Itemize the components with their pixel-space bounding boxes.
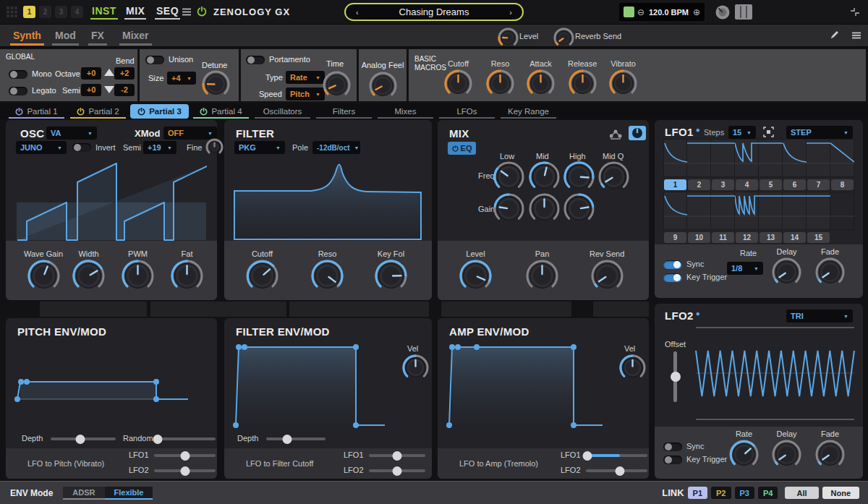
lfo1-rate-dropdown[interactable]: 1/8▼: [727, 262, 763, 275]
offset-slider[interactable]: [673, 351, 677, 402]
amp-env-display[interactable]: [445, 340, 608, 434]
pitch-random-slider[interactable]: [156, 437, 216, 440]
partial-tab-mixes[interactable]: Mixes: [376, 104, 435, 119]
pitch-lfo1-slider[interactable]: [154, 454, 216, 457]
pitch-env-display[interactable]: [14, 344, 208, 424]
width-knob[interactable]: Width: [72, 249, 105, 292]
pole-dropdown[interactable]: -12dB/oct▼: [312, 141, 360, 154]
gain-high-knob[interactable]: [563, 193, 595, 224]
unison-toggle[interactable]: [145, 56, 164, 64]
tab-mod[interactable]: Mod: [52, 30, 79, 46]
keyboard-icon[interactable]: [735, 4, 752, 20]
filter-depth-slider[interactable]: [266, 437, 326, 440]
partial-tab-partial-3[interactable]: Partial 3: [130, 104, 189, 119]
step-number-cell[interactable]: 3: [711, 179, 735, 190]
amp-vel-knob[interactable]: [619, 354, 646, 381]
step-wave-cell[interactable]: [711, 192, 735, 230]
step-wave-cell[interactable]: [759, 192, 783, 230]
step-wave-cell[interactable]: [711, 139, 735, 177]
cutoff-knob[interactable]: Cutoff: [246, 249, 278, 292]
step-wave-cell[interactable]: [783, 192, 807, 230]
partial-power-icon[interactable]: [200, 108, 208, 116]
step-number-cell[interactable]: 12: [735, 231, 759, 243]
preset-selector[interactable]: ‹ Chasing Dreams ›: [344, 3, 524, 21]
porta-type-dropdown[interactable]: Rate▼: [286, 71, 325, 84]
tab-mixer[interactable]: Mixer: [119, 30, 152, 46]
step-wave-cell[interactable]: [735, 139, 759, 177]
filter-vel-knob[interactable]: [402, 354, 429, 381]
tab-seq[interactable]: SEQ: [155, 5, 180, 20]
flexible-button[interactable]: Flexible: [105, 487, 153, 500]
filter-env-display[interactable]: [231, 340, 391, 434]
invert-toggle[interactable]: [72, 143, 91, 152]
lfo1-fade-knob[interactable]: Fade: [815, 247, 845, 287]
level-knob[interactable]: [498, 27, 519, 48]
amp-lfo2-slider[interactable]: [586, 469, 647, 472]
step-number-cell[interactable]: 11: [711, 231, 735, 243]
partial-power-icon[interactable]: [137, 108, 145, 116]
osc-wave-dropdown[interactable]: JUNO▼: [16, 141, 67, 154]
freq-mid-knob[interactable]: [529, 161, 560, 192]
reso-knob[interactable]: Reso: [311, 249, 344, 292]
wave-gain-knob[interactable]: Wave Gain: [24, 249, 63, 292]
step-wave-cell[interactable]: [687, 192, 711, 230]
power-icon[interactable]: [197, 7, 207, 17]
preset-name[interactable]: Chasing Dreams: [399, 7, 469, 17]
macro-reso[interactable]: Reso: [486, 59, 514, 98]
lfo1-keytrigger-toggle[interactable]: [663, 273, 682, 282]
link-p4-button[interactable]: P4: [758, 487, 778, 499]
step-number-cell[interactable]: 5: [759, 179, 783, 190]
step-number-cell[interactable]: 13: [759, 231, 783, 243]
step-wave-cell[interactable]: [687, 139, 711, 177]
partial-power-icon[interactable]: [77, 108, 85, 116]
fat-knob[interactable]: Fat: [171, 249, 203, 292]
expand-icon[interactable]: [763, 127, 774, 137]
link-none-button[interactable]: None: [822, 487, 860, 499]
octave-value[interactable]: +0: [81, 67, 101, 80]
preset-next[interactable]: ›: [509, 8, 512, 17]
pitch-lfo2-slider[interactable]: [154, 469, 216, 472]
filter-lfo1-slider[interactable]: [369, 454, 425, 457]
menu-icon[interactable]: [182, 8, 191, 16]
pitch-depth-slider[interactable]: [51, 437, 116, 440]
level-knob-mix[interactable]: Level: [459, 249, 492, 292]
eq-button[interactable]: EQ: [448, 142, 476, 155]
partial-tab-key-range[interactable]: Key Range: [499, 104, 558, 119]
lfo1-sync-toggle[interactable]: [663, 260, 682, 269]
edit-pencil-icon[interactable]: [829, 30, 839, 40]
pad-2[interactable]: 2: [39, 6, 51, 18]
partial-power-icon[interactable]: [15, 108, 23, 116]
step-wave-cell[interactable]: [735, 192, 759, 230]
step-number-cell[interactable]: 10: [687, 231, 711, 243]
gain-mid-knob[interactable]: [529, 193, 560, 224]
freq-high-knob[interactable]: [563, 161, 595, 192]
lfo2-rate-knob[interactable]: Rate: [729, 430, 759, 469]
key-fol-knob[interactable]: Key Fol: [375, 249, 407, 292]
mid-q-knob[interactable]: [598, 161, 629, 192]
bpm-plus[interactable]: ⊕: [693, 7, 700, 17]
pitch-down-button[interactable]: [104, 86, 114, 93]
porta-time-knob[interactable]: [323, 71, 351, 99]
detune-knob[interactable]: [202, 70, 230, 98]
bend-down-value[interactable]: -2: [114, 84, 135, 96]
macro-attack[interactable]: Attack: [527, 59, 555, 98]
partial-tab-oscillators[interactable]: Oscillators: [253, 104, 312, 119]
step-number-cell[interactable]: 9: [663, 231, 687, 243]
osc-fine-knob[interactable]: [205, 138, 224, 156]
pan-knob[interactable]: Pan: [526, 249, 558, 292]
lfo1-delay-knob[interactable]: Delay: [772, 247, 801, 287]
routing-view-icon[interactable]: [610, 129, 626, 140]
collapse-icon[interactable]: [851, 8, 859, 16]
step-wave-cell[interactable]: [759, 139, 783, 177]
partial-tab-partial-2[interactable]: Partial 2: [69, 104, 127, 119]
step-wave-cell[interactable]: [663, 139, 687, 177]
pad-grid-icon[interactable]: [6, 6, 18, 18]
tab-synth[interactable]: Synth: [10, 30, 44, 46]
adsr-button[interactable]: ADSR: [63, 487, 104, 500]
step-number-cell[interactable]: 2: [687, 179, 711, 190]
knob-mode-icon[interactable]: [715, 4, 731, 20]
lfo2-delay-knob[interactable]: Delay: [772, 430, 801, 469]
bpm-display[interactable]: ⊖ 120.0 BPM ⊕: [619, 3, 705, 21]
step-wave-cell[interactable]: [807, 192, 830, 230]
porta-speed-dropdown[interactable]: Pitch▼: [286, 87, 325, 101]
